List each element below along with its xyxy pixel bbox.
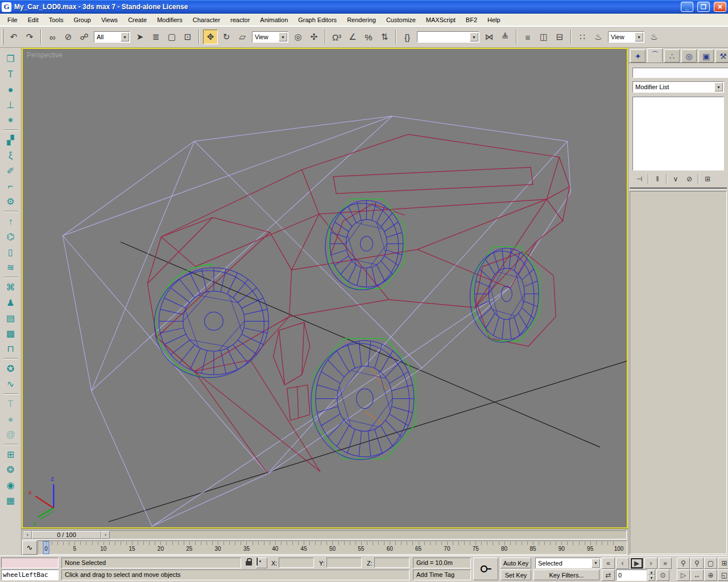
time-slider-track[interactable]: ‹ 0 / 100 › <box>23 530 627 539</box>
menu-bf2[interactable]: BF2 <box>461 15 482 25</box>
rectangular-selection-region-button[interactable]: ▢ <box>164 30 179 44</box>
rollout-area[interactable] <box>630 191 727 554</box>
next-frame-button[interactable]: › <box>644 558 657 569</box>
select-and-manipulate-button[interactable]: ✣ <box>307 30 321 44</box>
undo-button[interactable]: ↶ <box>6 30 21 44</box>
gear-icon[interactable]: ⚙ <box>3 194 19 209</box>
select-by-name-button[interactable]: ≣ <box>148 30 163 44</box>
material-editor-button[interactable]: ∷ <box>575 30 590 44</box>
frame-spinner[interactable]: ▲▼ <box>648 569 655 581</box>
edit-named-selection-sets-button[interactable]: {} <box>400 30 415 44</box>
y-coordinate-field[interactable] <box>326 558 362 568</box>
macro-recorder-pane[interactable] <box>1 558 59 568</box>
tab-hierarchy[interactable]: ∴ <box>664 49 680 63</box>
chisel-icon[interactable]: ✐ <box>3 164 19 178</box>
go-to-start-button[interactable]: « <box>602 558 615 569</box>
add-time-tag-button[interactable]: Add Time Tag <box>413 569 471 580</box>
remove-modifier-button[interactable]: ⊘ <box>683 174 696 184</box>
snaps-toggle-button[interactable]: Ω³ <box>329 30 344 44</box>
weathervane-icon[interactable]: ↑ <box>3 214 19 228</box>
quick-render-button[interactable]: ♨ <box>647 30 661 44</box>
min-max-toggle-button[interactable]: ◱ <box>718 569 728 581</box>
unlink-selection-button[interactable]: ⊘ <box>61 30 76 44</box>
time-slider-value[interactable]: 0 / 100 <box>32 531 101 539</box>
selection-set-dropdown[interactable]: Selected ▼ <box>535 558 601 568</box>
tab-motion[interactable]: ◎ <box>681 49 697 63</box>
menu-maxscript[interactable]: MAXScript <box>421 15 461 25</box>
arc-rotate-button[interactable]: ⊕ <box>704 569 717 581</box>
key-mode-toggle-button[interactable]: ⇄ <box>602 569 615 581</box>
zoom-extents-button[interactable]: ▢ <box>704 558 717 569</box>
current-frame-field[interactable] <box>616 569 647 581</box>
tshirt-icon[interactable]: T <box>3 67 19 81</box>
menu-help[interactable]: Help <box>482 15 506 25</box>
set-keys-button[interactable]: ⚲ <box>473 558 498 580</box>
render-scene-button[interactable]: ♨ <box>591 30 606 44</box>
z-coordinate-field[interactable] <box>374 558 410 568</box>
selection-filter-dropdown[interactable]: All▼ <box>94 31 130 43</box>
menu-group[interactable]: Group <box>68 15 96 25</box>
car-icon[interactable]: ⌬ <box>3 230 19 244</box>
selection-lock-toggle[interactable] <box>243 558 254 568</box>
schematic-view-button[interactable]: ⊟ <box>552 30 567 44</box>
restore-button[interactable]: ❐ <box>697 2 710 12</box>
tab-create[interactable]: ✦ <box>630 49 646 63</box>
x-coordinate-field[interactable] <box>279 558 314 568</box>
disc-star-icon[interactable]: ✪ <box>3 361 19 376</box>
menu-graph-editors[interactable]: Graph Editors <box>293 15 342 25</box>
key-filters-button[interactable]: Key Filters... <box>533 569 599 580</box>
select-and-move-button[interactable]: ✥ <box>203 30 218 44</box>
wheel-front-right-wireframe[interactable] <box>311 339 416 460</box>
curve-editor-button[interactable]: ◫ <box>536 30 551 44</box>
menu-character[interactable]: Character <box>188 15 225 25</box>
menu-modifiers[interactable]: Modifiers <box>152 15 188 25</box>
menu-create[interactable]: Create <box>123 15 152 25</box>
star-icon[interactable]: ✶ <box>3 113 19 127</box>
select-and-scale-button[interactable]: ▱ <box>235 30 250 44</box>
worm-icon[interactable]: ∿ <box>3 377 19 391</box>
track-bar-ruler[interactable]: 0510152025303540455055606570758085909510… <box>46 541 619 554</box>
zoom-button[interactable]: ⚲ <box>677 558 690 569</box>
auto-key-button[interactable]: Auto Key <box>500 558 531 568</box>
reference-coordinate-system-dropdown[interactable]: View▼ <box>252 31 288 43</box>
use-pivot-point-center-button[interactable]: ◎ <box>291 30 305 44</box>
wheel-rear-right-wireframe[interactable] <box>470 247 540 342</box>
layer-manager-button[interactable]: ≡ <box>520 30 535 44</box>
named-selection-sets-combo[interactable]: ▼ <box>417 31 479 43</box>
object-name-field[interactable] <box>632 68 728 78</box>
select-object-button[interactable]: ➤ <box>133 30 147 44</box>
globe-search-icon[interactable]: ❂ <box>3 463 19 477</box>
tab-display[interactable]: ▣ <box>698 49 714 63</box>
open-mini-curve-editor-button[interactable]: ∿ <box>22 541 37 555</box>
chair-icon[interactable]: ⊓ <box>3 342 19 356</box>
crate-icon[interactable]: ▩ <box>3 326 19 340</box>
modifier-stack-list[interactable] <box>632 97 724 171</box>
play-button[interactable]: ▶ <box>630 558 643 569</box>
lod-hull-wireframe[interactable] <box>63 116 570 526</box>
previous-frame-button[interactable]: ‹ <box>616 558 629 569</box>
car-body-wireframe[interactable] <box>147 134 569 473</box>
torus-knot-icon[interactable]: ⌘ <box>3 280 19 294</box>
show-end-result-button[interactable]: ‖ <box>651 174 664 184</box>
spinner-up-icon[interactable]: ▲ <box>648 569 655 575</box>
title-bar[interactable]: G My_Car_LOD0.max - 3ds max 7 - Stand-al… <box>0 0 728 14</box>
bind-to-space-warp-button[interactable]: ☍ <box>77 30 92 44</box>
configure-modifier-sets-button[interactable]: ⊞ <box>701 174 714 184</box>
modifier-list-dropdown[interactable]: Modifier List ▼ <box>632 81 724 93</box>
menu-tools[interactable]: Tools <box>44 15 69 25</box>
spinner-snap-toggle-button[interactable]: ⇅ <box>377 30 392 44</box>
pin-stack-button[interactable]: ⊣ <box>633 174 646 184</box>
pan-button[interactable]: ↔ <box>690 569 704 581</box>
camera-gear-icon[interactable]: ◉ <box>3 478 19 492</box>
viewport-canvas[interactable]: x y z <box>23 49 627 527</box>
time-configuration-button[interactable]: ⊙ <box>656 569 669 581</box>
close-button[interactable]: ✕ <box>714 2 726 12</box>
tab-utilities[interactable]: ⚒ <box>715 49 728 63</box>
window-crossing-toggle[interactable]: ⊡ <box>180 30 195 44</box>
redo-button[interactable]: ↷ <box>22 30 37 44</box>
ball-icon[interactable]: ● <box>3 82 19 97</box>
percent-snap-toggle-button[interactable]: % <box>361 30 376 44</box>
align-button[interactable]: ≜ <box>498 30 512 44</box>
absolute-offset-mode-toggle[interactable] <box>256 558 267 568</box>
zoom-extents-all-button[interactable]: ⊞ <box>718 558 728 569</box>
